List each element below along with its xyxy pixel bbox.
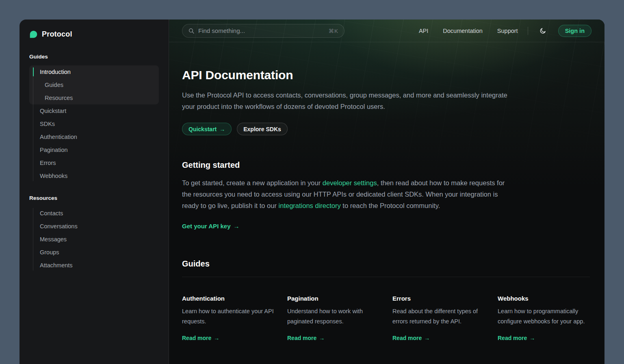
- guide-cards: Authentication Learn how to authenticate…: [182, 295, 590, 342]
- sidebar-section-label: Resources: [29, 195, 159, 201]
- page-title: API Documentation: [182, 68, 590, 82]
- guide-card-authentication: Authentication Learn how to authenticate…: [182, 295, 274, 342]
- sidebar-item-sdks[interactable]: SDKs: [29, 117, 159, 130]
- card-description: Learn how to programmatically configure …: [498, 306, 590, 327]
- sidebar-nav-resources: Contacts Conversations Messages Groups A…: [29, 207, 159, 272]
- sidebar-item-pagination[interactable]: Pagination: [29, 143, 159, 156]
- guide-card-pagination: Pagination Understand how to work with p…: [287, 295, 379, 342]
- arrow-right-icon: →: [214, 335, 219, 341]
- get-api-key-label: Get your API key: [182, 223, 231, 230]
- sidebar-item-groups[interactable]: Groups: [29, 246, 159, 259]
- arrow-right-icon: →: [529, 335, 535, 341]
- search-shortcut: ⌘K: [328, 28, 338, 34]
- protocol-logo-icon: [29, 30, 38, 39]
- app-window: Protocol Guides Introduction Guides Reso…: [20, 20, 604, 364]
- sidebar-item-contacts[interactable]: Contacts: [29, 207, 159, 220]
- sidebar-section-guides: Guides Introduction Guides Resources Qui…: [20, 54, 169, 182]
- nav-link-api[interactable]: API: [419, 28, 428, 34]
- search-icon: [188, 28, 195, 34]
- read-more-link[interactable]: Read more →: [287, 335, 325, 341]
- developer-settings-link[interactable]: developer settings: [323, 179, 377, 186]
- card-title: Pagination: [287, 295, 379, 302]
- read-more-link[interactable]: Read more →: [182, 335, 219, 341]
- sidebar-subitem-guides[interactable]: Guides: [29, 78, 159, 91]
- integrations-directory-link[interactable]: integrations directory: [279, 202, 341, 209]
- brand-logo[interactable]: Protocol: [20, 20, 169, 39]
- read-more-link[interactable]: Read more →: [392, 335, 430, 341]
- get-api-key-link[interactable]: Get your API key →: [182, 223, 240, 230]
- card-title: Errors: [392, 295, 485, 302]
- quickstart-button[interactable]: Quickstart →: [182, 123, 232, 135]
- sidebar-subitem-resources[interactable]: Resources: [29, 91, 159, 104]
- card-description: Read about the different types of errors…: [392, 306, 485, 327]
- arrow-right-icon: →: [219, 126, 225, 132]
- explore-sdks-label: Explore SDKs: [243, 126, 281, 132]
- read-more-link[interactable]: Read more →: [498, 335, 535, 341]
- brand-name: Protocol: [42, 30, 72, 39]
- read-more-label: Read more: [182, 335, 211, 341]
- guide-card-webhooks: Webhooks Learn how to programmatically c…: [498, 295, 590, 342]
- section-divider: [182, 277, 590, 277]
- quickstart-label: Quickstart: [188, 126, 217, 132]
- sidebar-item-introduction[interactable]: Introduction: [29, 65, 159, 78]
- arrow-right-icon: →: [424, 335, 430, 341]
- getting-started-heading: Getting started: [182, 160, 590, 170]
- nav-divider: [528, 27, 528, 35]
- theme-toggle-button[interactable]: [538, 26, 548, 36]
- intro-paragraph: Use the Protocol API to access contacts,…: [182, 89, 519, 112]
- sidebar-item-quickstart[interactable]: Quickstart: [29, 104, 159, 117]
- arrow-right-icon: →: [319, 335, 325, 341]
- guide-card-errors: Errors Read about the different types of…: [392, 295, 485, 342]
- sidebar-item-messages[interactable]: Messages: [29, 233, 159, 246]
- guides-heading: Guides: [182, 259, 590, 269]
- getting-started-text-3: to reach the Protocol community.: [341, 202, 440, 209]
- nav-link-documentation[interactable]: Documentation: [443, 28, 483, 34]
- sidebar-item-webhooks[interactable]: Webhooks: [29, 169, 159, 182]
- sidebar-section-label: Guides: [29, 54, 159, 60]
- sidebar: Protocol Guides Introduction Guides Reso…: [20, 20, 169, 364]
- card-title: Webhooks: [498, 295, 590, 302]
- sidebar-active-group: Introduction Guides Resources: [29, 65, 159, 104]
- moon-icon: [540, 27, 546, 34]
- sidebar-section-resources: Resources Contacts Conversations Message…: [20, 195, 169, 272]
- sign-in-button[interactable]: Sign in: [558, 25, 592, 37]
- read-more-label: Read more: [287, 335, 316, 341]
- search-input[interactable]: [198, 27, 325, 34]
- read-more-label: Read more: [392, 335, 422, 341]
- card-description: Understand how to work with paginated re…: [287, 306, 379, 327]
- page-content: API Documentation Use the Protocol API t…: [169, 42, 604, 358]
- sidebar-nav-guides: Introduction Guides Resources Quickstart…: [29, 65, 159, 182]
- top-bar: ⌘K API Documentation Support Sign in: [169, 20, 604, 42]
- sidebar-item-authentication[interactable]: Authentication: [29, 130, 159, 143]
- hero-actions: Quickstart → Explore SDKs: [182, 123, 590, 135]
- arrow-right-icon: →: [234, 223, 240, 230]
- card-title: Authentication: [182, 295, 274, 302]
- read-more-label: Read more: [498, 335, 527, 341]
- sidebar-item-conversations[interactable]: Conversations: [29, 220, 159, 233]
- getting-started-text-1: To get started, create a new application…: [182, 179, 323, 186]
- explore-sdks-button[interactable]: Explore SDKs: [237, 123, 288, 135]
- nav-link-support[interactable]: Support: [497, 28, 518, 34]
- main-area: ⌘K API Documentation Support Sign in API…: [169, 20, 604, 364]
- search-bar[interactable]: ⌘K: [182, 24, 344, 38]
- sidebar-item-attachments[interactable]: Attachments: [29, 259, 159, 272]
- sidebar-item-errors[interactable]: Errors: [29, 156, 159, 169]
- top-navigation: API Documentation Support: [419, 28, 518, 34]
- card-description: Learn how to authenticate your API reque…: [182, 306, 274, 327]
- getting-started-paragraph: To get started, create a new application…: [182, 177, 507, 211]
